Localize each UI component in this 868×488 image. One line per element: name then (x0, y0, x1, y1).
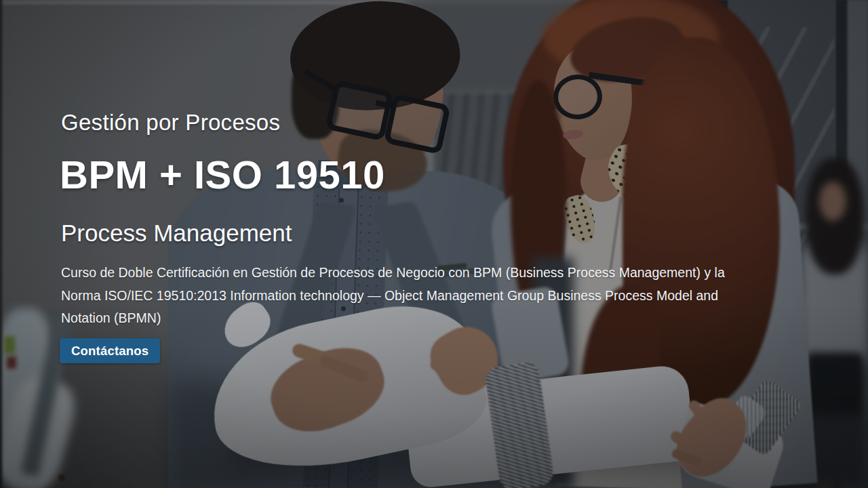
hero-description-line: Notation (BPMN) (61, 307, 780, 330)
hero-kicker: Gestión por Procesos (61, 110, 280, 136)
hero-subtitle: Process Management (61, 220, 292, 247)
hero-banner: Gestión por Procesos BPM + ISO 19510 Pro… (0, 0, 868, 488)
contact-button[interactable]: Contáctanos (60, 338, 160, 363)
hero-description-line: Curso de Doble Certificación en Gestión … (61, 262, 780, 285)
hero-content: Gestión por Procesos BPM + ISO 19510 Pro… (0, 0, 868, 488)
hero-description: Curso de Doble Certificación en Gestión … (61, 262, 780, 330)
hero-title: BPM + ISO 19510 (60, 152, 385, 197)
hero-description-line: Norma ISO/IEC 19510:2013 Information tec… (61, 285, 780, 308)
